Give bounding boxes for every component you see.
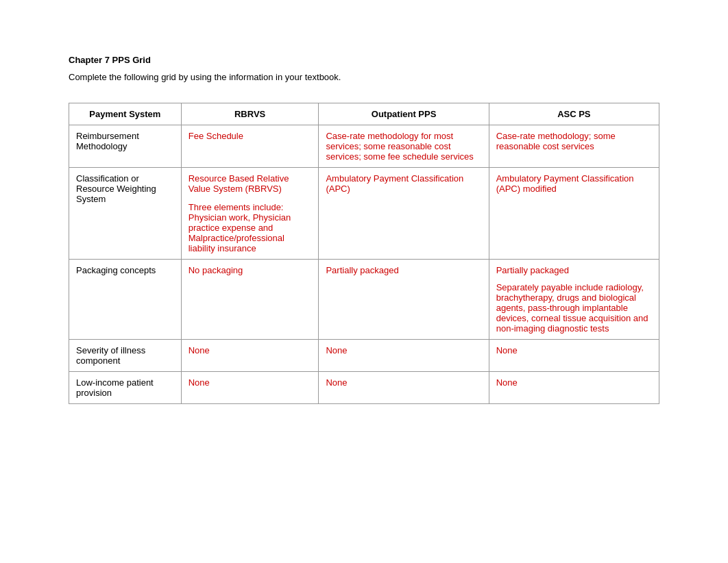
cell-rbrvs-classification: Resource Based Relative Value System (RB…	[181, 168, 319, 260]
header-outpatient-pps: Outpatient PPS	[319, 103, 489, 125]
cell-outpatient-low-income: None	[319, 372, 489, 404]
table-row: Packaging concepts No packaging Partiall…	[69, 260, 659, 340]
cell-asc-reimbursement: Case-rate methodology; some reasonable c…	[489, 125, 659, 168]
table-header-row: Payment System RBRVS Outpatient PPS ASC …	[69, 103, 659, 125]
cell-outpatient-severity: None	[319, 340, 489, 372]
row-label-low-income: Low-income patient provision	[69, 372, 182, 404]
cell-outpatient-packaging: Partially packaged	[319, 260, 489, 340]
header-rbrvs: RBRVS	[181, 103, 319, 125]
cell-rbrvs-reimbursement: Fee Schedule	[181, 125, 319, 168]
page-subtitle: Complete the following grid by using the…	[69, 72, 659, 82]
page-title: Chapter 7 PPS Grid	[69, 55, 659, 65]
pps-grid-table: Payment System RBRVS Outpatient PPS ASC …	[69, 103, 659, 404]
page-container: Chapter 7 PPS Grid Complete the followin…	[14, 14, 714, 445]
row-label-severity: Severity of illness component	[69, 340, 182, 372]
table-row: Reimbursement Methodology Fee Schedule C…	[69, 125, 659, 168]
cell-rbrvs-low-income: None	[181, 372, 319, 404]
cell-asc-low-income: None	[489, 372, 659, 404]
cell-asc-classification: Ambulatory Payment Classification (APC) …	[489, 168, 659, 260]
table-row: Low-income patient provision None None N…	[69, 372, 659, 404]
row-label-reimbursement: Reimbursement Methodology	[69, 125, 182, 168]
row-label-classification: Classification or Resource Weighting Sys…	[69, 168, 182, 260]
cell-rbrvs-severity: None	[181, 340, 319, 372]
row-label-packaging: Packaging concepts	[69, 260, 182, 340]
cell-asc-packaging: Partially packaged Separately payable in…	[489, 260, 659, 340]
header-asc-ps: ASC PS	[489, 103, 659, 125]
header-payment-system: Payment System	[69, 103, 182, 125]
cell-asc-severity: None	[489, 340, 659, 372]
table-row: Severity of illness component None None …	[69, 340, 659, 372]
cell-outpatient-classification: Ambulatory Payment Classification (APC)	[319, 168, 489, 260]
cell-rbrvs-packaging: No packaging	[181, 260, 319, 340]
table-row: Classification or Resource Weighting Sys…	[69, 168, 659, 260]
cell-outpatient-reimbursement: Case-rate methodology for most services;…	[319, 125, 489, 168]
